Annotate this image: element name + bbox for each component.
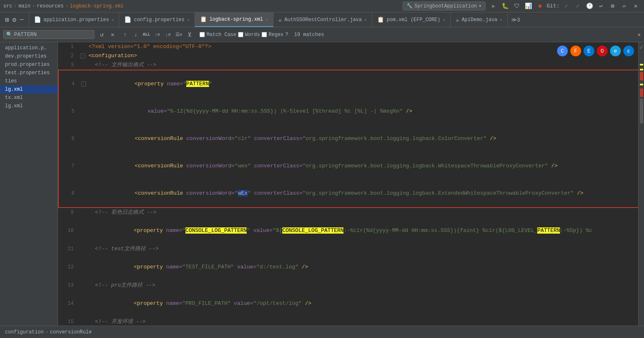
code-lines: 1 <?xml version="1.0" encoding="UTF-8"?>… [58,42,644,326]
search-refresh[interactable]: ↺ [97,30,107,40]
tab-icon: 📋 [377,16,384,23]
search-next-occurrence[interactable]: ↓≡ [163,30,173,40]
scroll-error-2 [640,89,643,97]
search-options: Match Case Words Regex ? [199,31,288,38]
git-branches[interactable]: ⊞ [608,1,618,11]
breadcrumb-main[interactable]: main [19,3,31,9]
code-line-13: 13 <!-- pro文件路径 --> [58,281,644,290]
search-funnel[interactable]: ⊻ [185,30,195,40]
search-nav: ↑ ↓ ALL ↑≡ ↓≡ ☰≡ ⊻ [120,30,195,40]
words-label[interactable]: Words [238,32,260,38]
sidebar: application.p… dev.properties prod.prope… [0,42,58,326]
editor: C F E O e ε 1 <?xml version="1.0" encodi… [58,42,644,326]
window-restore[interactable]: ▱ [619,1,629,11]
tab-close[interactable]: ✕ [187,17,190,22]
tab-overflow[interactable]: ≫3 [508,12,524,27]
window-close[interactable]: ✕ [631,1,641,11]
match-case-checkbox[interactable] [199,32,205,37]
bottom-breadcrumb-rule[interactable]: conversionRule [50,329,92,335]
minus-icon[interactable]: ─ [18,15,25,25]
search-all[interactable]: ALL [142,30,151,40]
help-icon[interactable]: ? [285,31,288,38]
editor-content[interactable]: 1 <?xml version="1.0" encoding="UTF-8"?>… [58,42,644,326]
main-area: application.p… dev.properties prod.prope… [0,42,644,326]
tab-close[interactable]: ✕ [500,17,502,22]
bottom-bar: configuration › conversionRule [0,326,644,338]
search-actions: ↺ ✕ [97,30,118,40]
breadcrumb-file[interactable]: logback-spring.xml [70,3,124,9]
sidebar-item-tx-xml[interactable]: tx.xml [0,94,58,102]
edge-icon[interactable]: E [584,46,594,56]
code-line-3: 3 <!-- 文件输出格式 --> [58,60,644,70]
search-input[interactable] [14,31,76,38]
sidebar-item-app-props[interactable]: application.p… [0,44,58,52]
search-input-wrap[interactable]: 🔍 [3,30,94,39]
code-line-15: 15 <!-- 开发环境 --> [58,317,644,326]
edge2-icon[interactable]: ε [623,46,634,56]
breadcrumb-resources[interactable]: resources [37,3,64,9]
git-history[interactable]: 🕐 [584,1,594,11]
tab-icon: ☕ [456,16,459,23]
tab-api-demo[interactable]: ☕ ApiDemo.java ✕ [451,12,508,27]
tab-close[interactable]: ✕ [266,17,268,22]
tab-config-properties[interactable]: 📄 config.properties ✕ [119,12,195,27]
sidebar-item-lg-xml[interactable]: lg.xml [0,85,58,94]
search-bar: 🔍 ↺ ✕ ↑ ↓ ALL ↑≡ ↓≡ ☰≡ ⊻ Match Case Word… [0,27,644,42]
stop-button[interactable]: ■ [535,1,545,11]
search-prev-occurrence[interactable]: ↑≡ [152,30,162,40]
debug-button[interactable]: 🐛 [500,1,510,11]
bottom-breadcrumb: configuration › conversionRule [5,329,92,335]
code-line-11: 11 <!-- test文件路径 --> [58,244,644,254]
bottom-breadcrumb-config[interactable]: configuration [5,329,44,335]
run-button[interactable]: ▶ [489,1,499,11]
close-search-btn[interactable]: ✕ [637,31,641,38]
tab-close[interactable]: ✕ [364,17,367,22]
code-line-6: 6 <conversionRule conversionWord="clr" c… [58,125,644,152]
opera-icon[interactable]: O [597,46,608,56]
tab-application-properties[interactable]: 📄 application.properties ✕ [29,12,119,27]
scroll-highlight-1 [640,64,643,65]
search-prev[interactable]: ↑ [120,30,130,40]
sidebar-item-prod-props[interactable]: prod.properties [0,60,58,69]
sidebar-item-dev-props[interactable]: dev.properties [0,52,58,60]
git-label: Git: [547,3,560,9]
code-line-5: 5 value="%-12(%d{yyyy-MM-dd HH:mm:ss.SSS… [58,98,644,125]
sidebar-item-ties[interactable]: ties [0,77,58,85]
coverage-button[interactable]: 🛡 [512,1,522,11]
tab-auth-ctrl[interactable]: ☕ AuthSSORestController.java ✕ [274,12,372,27]
search-close-x[interactable]: ✕ [108,30,118,40]
tab-icon: ☕ [279,16,282,23]
chrome-icon[interactable]: C [557,46,568,56]
regex-checkbox[interactable] [262,32,267,37]
scroll-highlight-2 [640,69,643,70]
toggle-layout[interactable]: ⊞ [3,15,11,25]
browser-icons: C F E O e ε [554,44,637,58]
search-next[interactable]: ↓ [131,30,141,40]
tab-close[interactable]: ✕ [443,17,445,22]
run-config[interactable]: 🔧 SpringbootApplication ▾ [403,2,485,10]
scrollbar-track[interactable]: ✓ [638,42,644,326]
search-filter[interactable]: ☰≡ [174,30,184,40]
tabs: 📄 application.properties ✕ 📄 config.prop… [29,12,644,27]
tab-pom[interactable]: 📋 pom.xml (EFP_CORE) ✕ [372,12,451,27]
tab-logback[interactable]: 📋 logback-spring.xml ✕ [195,12,274,27]
firefox-icon[interactable]: F [570,46,581,56]
code-line-14: 14 <property name="PRO_FILE_PATH" value=… [58,290,644,317]
git-check2[interactable]: ✓ [573,1,583,11]
profile-button[interactable]: 📊 [524,1,533,11]
match-case-label[interactable]: Match Case [199,32,236,38]
sidebar-item-lg-xml2[interactable]: lg.xml [0,102,58,110]
toolbar-icons: ▶ 🐛 🛡 📊 ■ Git: ✓ ✓ 🕐 ↩ ⊞ ▱ ✕ [489,1,641,11]
settings-icon[interactable]: ⚙ [11,15,18,25]
tab-bar: ⊞ ⚙ ─ 📄 application.properties ✕ 📄 confi… [0,12,644,27]
words-checkbox[interactable] [238,32,243,37]
code-line-10: 10 <property name="CONSOLE_LOG_PATTERN" … [58,217,644,244]
git-revert[interactable]: ↩ [596,1,606,11]
regex-label[interactable]: Regex [262,32,284,38]
git-check1[interactable]: ✓ [561,1,571,11]
ie-icon[interactable]: e [610,46,621,56]
tab-close[interactable]: ✕ [111,17,114,22]
scrollbar-thumb[interactable] [640,99,643,123]
sidebar-item-test-props[interactable]: test.properties [0,69,58,77]
breadcrumb-src[interactable]: src [3,3,12,9]
